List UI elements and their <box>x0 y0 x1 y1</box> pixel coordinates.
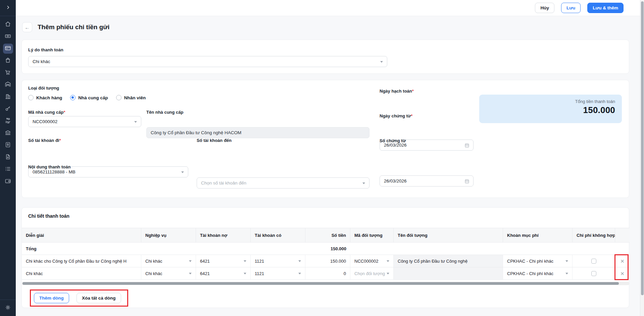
col-actions <box>615 228 630 243</box>
document-icon <box>5 154 11 161</box>
supplier-name-field: Công ty Cổ phần Đầu tư Công nghệ HACOM <box>146 127 369 138</box>
reason-label: Lý do thanh toán <box>28 47 63 52</box>
delete-all-rows-button[interactable]: Xóa tất cả dòng <box>77 293 121 303</box>
sidebar-item-salary[interactable] <box>0 115 16 127</box>
sidebar-item-home[interactable] <box>0 18 16 31</box>
cell-operation-select[interactable]: Chi khác <box>141 255 196 267</box>
chevron-down-icon <box>362 182 365 184</box>
radio-icon <box>70 95 76 100</box>
sidebar-item-purchase[interactable] <box>0 67 16 79</box>
delete-row-button[interactable]: ✕ <box>620 271 625 276</box>
sidebar-item-wallet[interactable] <box>0 175 16 188</box>
save-and-add-button[interactable]: Lưu & thêm <box>587 3 624 13</box>
chevron-right-icon <box>6 5 10 11</box>
wallet-icon <box>5 178 11 185</box>
col-chi-phi-khong-hop-le: Chi phí không hợp <box>573 228 615 243</box>
invoice-icon <box>5 142 11 149</box>
cell-description[interactable]: Chi khác cho Công ty Cổ phần Đầu tư Công… <box>22 255 141 267</box>
invalid-expense-checkbox[interactable] <box>591 271 596 276</box>
radio-icon <box>116 95 121 100</box>
reason-select[interactable]: Chi khác <box>28 56 387 67</box>
app-window: Hủy Lưu Lưu & thêm ← Thêm phiếu chi tiền… <box>0 0 644 316</box>
list-icon <box>5 166 11 173</box>
table-total-row: Tổng 150.000 <box>22 243 630 255</box>
invalid-expense-checkbox[interactable] <box>591 259 596 264</box>
scrollbar-thumb[interactable] <box>641 1 644 295</box>
cell-expense-item-select[interactable]: CPKHAC - Chi phí khác <box>503 255 573 267</box>
delete-row-button[interactable]: ✕ <box>620 259 625 264</box>
sidebar-settings-button[interactable] <box>0 300 16 316</box>
supplier-name-label: Tên nhà cung cấp <box>146 110 184 115</box>
sidebar-item-reports[interactable] <box>0 163 16 175</box>
cell-debit-account-select[interactable]: 6421 <box>196 267 251 280</box>
cell-invalid-expense <box>573 255 615 267</box>
sidebar-expand-button[interactable] <box>0 0 16 16</box>
cell-object-code-select[interactable]: Chọn đối tượng <box>350 267 394 280</box>
cell-expense-item-select[interactable]: CPKHAC - Chi phí khác <box>503 267 573 280</box>
cart-icon <box>5 69 11 76</box>
doc-date-input[interactable]: 26/03/2026 <box>380 175 474 187</box>
cell-object-name: Công ty Cổ phần Đầu tư Công nghệ <box>394 255 503 267</box>
radio-icon <box>28 95 34 100</box>
cell-amount[interactable]: 150.000 <box>305 255 350 267</box>
col-khoan-muc-phi: Khoản mục phí <box>503 228 573 243</box>
sidebar-item-invoice[interactable] <box>0 139 16 151</box>
sidebar-item-bank-accounts[interactable] <box>0 43 16 55</box>
credit-card-icon <box>5 45 11 52</box>
total-panel: Tổng tiền thanh toán 150.000 <box>479 95 622 123</box>
info-card: Loại đối tượng Khách hàng Nhà cung cấp N… <box>21 80 629 198</box>
radio-label: Nhà cung cấp <box>78 95 108 100</box>
doc-date-label: Ngày chứng từ* <box>380 113 412 118</box>
sidebar-item-assets[interactable] <box>0 103 16 115</box>
chevron-down-icon <box>298 273 301 274</box>
account-to-label: Số tài khoản đến <box>197 138 232 143</box>
chevron-down-icon <box>380 61 383 63</box>
cell-credit-account-select[interactable]: 1121 <box>251 255 305 267</box>
cell-amount[interactable]: 0 <box>305 267 350 280</box>
sidebar-item-banknote[interactable] <box>0 31 16 43</box>
page-vertical-scrollbar[interactable] <box>640 0 644 316</box>
scrollbar-thumb[interactable] <box>22 282 619 285</box>
table-header-row: Diễn giải Nghiệp vụ Tài khoản nợ Tài kho… <box>22 228 630 243</box>
account-from-label: Số tài khoản đi* <box>28 138 61 143</box>
supplier-code-label: Mã nhà cung cấp* <box>28 110 65 115</box>
total-row-amount: 150.000 <box>305 243 350 255</box>
sidebar-item-documents[interactable] <box>0 151 16 163</box>
sidebar-item-company[interactable] <box>0 91 16 103</box>
supplier-code-value: NCC000002 <box>33 119 57 124</box>
sidebar-nav <box>0 18 16 188</box>
chevron-down-icon <box>565 260 568 262</box>
chevron-down-icon <box>565 273 568 274</box>
cell-operation-select[interactable]: Chi khác <box>141 267 196 280</box>
back-button[interactable]: ← <box>22 22 32 32</box>
chevron-down-icon <box>387 260 389 262</box>
chevron-down-icon <box>189 260 192 262</box>
chevron-down-icon <box>244 273 246 274</box>
supplier-code-select[interactable]: NCC000002 <box>28 116 141 127</box>
sidebar-item-warehouse[interactable] <box>0 79 16 91</box>
sidebar-item-sales[interactable] <box>0 55 16 67</box>
page-title: Thêm phiếu chi tiền gửi <box>38 23 109 31</box>
posting-date-label: Ngày hạch toán* <box>380 89 414 94</box>
account-to-placeholder: Chọn số tài khoản đến <box>201 180 246 186</box>
col-ma-doi-tuong: Mã đối tượng <box>350 228 394 243</box>
radio-nhan-vien[interactable]: Nhân viên <box>116 95 146 100</box>
total-row-label: Tổng <box>22 243 141 255</box>
radio-nha-cung-cap[interactable]: Nhà cung cấp <box>70 95 108 100</box>
cell-credit-account-select[interactable]: 1121 <box>251 267 305 280</box>
sidebar-item-tax[interactable] <box>0 127 16 139</box>
radio-khach-hang[interactable]: Khách hàng <box>28 95 62 100</box>
chevron-down-icon <box>189 273 192 274</box>
cancel-button[interactable]: Hủy <box>535 3 554 13</box>
table-horizontal-scrollbar[interactable] <box>22 282 630 285</box>
cell-debit-account-select[interactable]: 6421 <box>196 255 251 267</box>
add-row-button[interactable]: Thêm dòng <box>34 293 69 303</box>
banknote-icon <box>5 33 11 40</box>
save-button[interactable]: Lưu <box>561 3 581 13</box>
object-type-radios: Khách hàng Nhà cung cấp Nhân viên <box>28 95 146 100</box>
cell-object-code-select[interactable]: NCC000002 <box>350 255 394 267</box>
account-to-select[interactable]: Chọn số tài khoản đến <box>197 177 369 189</box>
col-so-tien: Số tiền <box>305 228 350 243</box>
shopping-bag-icon <box>5 57 11 64</box>
cell-description[interactable]: Chi khác <box>22 267 141 280</box>
